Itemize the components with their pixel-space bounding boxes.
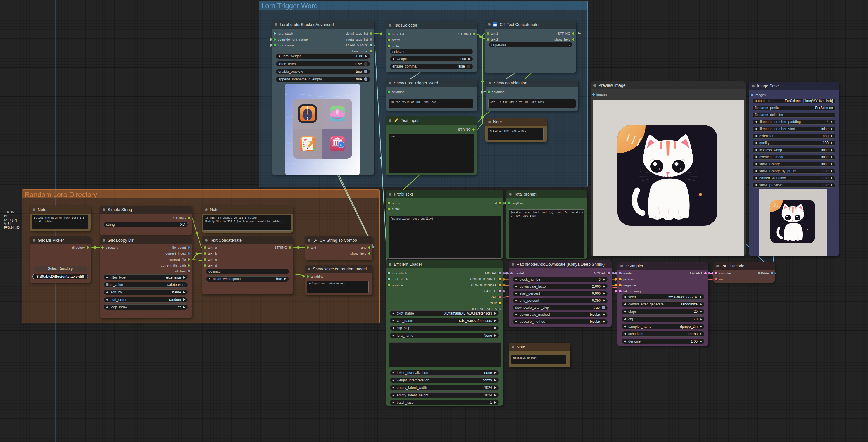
svg-text:S: S (307, 117, 309, 120)
svg-text:TDO: TDO (304, 138, 308, 141)
svg-text:$: $ (340, 143, 342, 147)
